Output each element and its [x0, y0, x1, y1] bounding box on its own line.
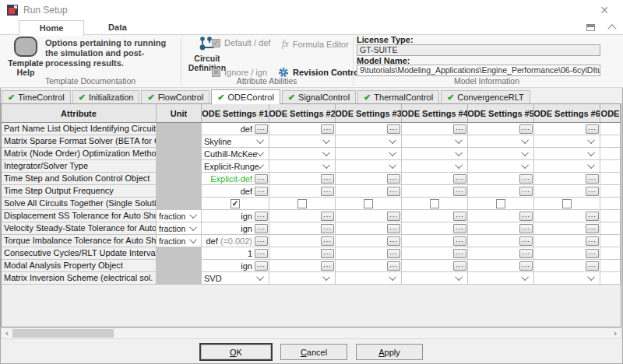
model-name-field[interactable]: 9\tutorials\Modeling_Applications\Engine…	[357, 65, 600, 76]
column-header[interactable]: ODE Settings #4	[402, 104, 468, 123]
value-cell[interactable]: ign...	[202, 222, 269, 235]
value-cell[interactable]: ...	[534, 185, 600, 198]
unit-select[interactable]: fraction	[157, 222, 202, 235]
tab-odecontrol[interactable]: ✔ODEControl	[211, 89, 280, 104]
column-header[interactable]: ODE Settings #5	[468, 104, 534, 123]
ellipsis-button[interactable]: ...	[453, 212, 466, 221]
attribute-cell[interactable]: Consecutive Cycles/RLT Update Intervals …	[2, 247, 157, 260]
checkbox[interactable]	[297, 199, 307, 208]
ellipsis-button[interactable]: ...	[255, 249, 268, 258]
value-cell[interactable]: Cuthill-McKee	[202, 148, 269, 160]
scrollbar-thumb[interactable]	[12, 329, 114, 338]
value-cell[interactable]	[468, 272, 534, 285]
ellipsis-button[interactable]: ...	[586, 212, 599, 221]
value-cell[interactable]: ...	[402, 173, 468, 185]
tab-data[interactable]: Data	[87, 20, 148, 35]
attribute-cell[interactable]: Displacement SS Tolerance for Auto Shut-…	[2, 210, 157, 222]
ellipsis-button[interactable]: ...	[255, 212, 268, 221]
attribute-cell[interactable]: Matrix (Node Order) Optimization Method	[2, 148, 157, 160]
value-cell[interactable]	[468, 160, 534, 173]
value-cell[interactable]: 1...	[202, 247, 269, 260]
ellipsis-button[interactable]: ...	[586, 236, 599, 246]
value-cell[interactable]: ...	[269, 247, 336, 260]
attribute-cell[interactable]: Solve All Circuits Together (Single Solu…	[2, 198, 157, 210]
ellipsis-button[interactable]: ...	[453, 174, 466, 184]
value-cell[interactable]	[269, 135, 336, 148]
pin-ribbon-icon[interactable]	[586, 24, 595, 31]
apply-button[interactable]: Apply	[356, 344, 423, 360]
ellipsis-button[interactable]: ...	[519, 174, 533, 184]
value-cell[interactable]: ...	[402, 235, 468, 247]
value-cell[interactable]: ...	[402, 260, 468, 272]
value-cell[interactable]: ...	[402, 247, 468, 260]
ellipsis-button[interactable]: ...	[453, 224, 466, 233]
unit-select[interactable]: fraction	[157, 210, 202, 222]
scroll-right-icon[interactable]: ›	[610, 328, 621, 338]
attribute-cell[interactable]: Velocity Steady-State Tolerance for Auto…	[2, 222, 157, 235]
value-cell[interactable]: Skyline	[202, 135, 269, 148]
value-cell[interactable]: ...	[336, 247, 402, 260]
value-cell[interactable]: ...	[336, 222, 402, 235]
value-cell[interactable]	[402, 272, 468, 285]
ellipsis-button[interactable]: ...	[255, 187, 268, 196]
ellipsis-button[interactable]: ...	[387, 236, 400, 246]
value-cell[interactable]: def(=0.002)...	[202, 235, 269, 247]
value-cell[interactable]: def...	[202, 185, 269, 198]
horizontal-scrollbar[interactable]: ‹ ›	[1, 327, 621, 339]
value-cell[interactable]	[468, 148, 534, 160]
ellipsis-button[interactable]: ...	[321, 187, 334, 196]
cancel-button[interactable]: Cancel	[280, 344, 347, 360]
column-header[interactable]: ODE Settings #2	[269, 104, 336, 123]
value-cell[interactable]: ...	[336, 260, 402, 272]
value-cell[interactable]: ...	[269, 260, 336, 272]
ellipsis-button[interactable]: ...	[519, 249, 533, 258]
ellipsis-button[interactable]: ...	[321, 249, 334, 258]
default-def-toggle[interactable]: ✓ Default / def	[212, 38, 270, 47]
checkbox[interactable]	[364, 199, 373, 208]
value-cell[interactable]: ...	[468, 247, 534, 260]
value-cell[interactable]	[336, 148, 402, 160]
value-cell[interactable]	[468, 135, 534, 148]
ellipsis-button[interactable]: ...	[255, 236, 268, 246]
value-cell[interactable]: Explicit-def...	[202, 173, 269, 185]
value-cell[interactable]: ...	[468, 185, 534, 198]
value-cell[interactable]	[269, 148, 336, 160]
ellipsis-button[interactable]: ...	[255, 224, 268, 233]
close-icon[interactable]: ✕	[597, 3, 612, 17]
ellipsis-button[interactable]: ...	[519, 187, 533, 196]
ellipsis-button[interactable]: ...	[586, 224, 599, 233]
value-cell[interactable]: ...	[269, 185, 336, 198]
value-cell[interactable]: ...	[336, 123, 402, 135]
value-cell[interactable]: ...	[534, 222, 600, 235]
ellipsis-button[interactable]: ...	[387, 124, 400, 134]
value-cell[interactable]: ...	[534, 123, 600, 135]
value-cell[interactable]: ...	[468, 210, 534, 222]
value-cell[interactable]: ...	[269, 173, 336, 185]
collapse-ribbon-icon[interactable]	[607, 24, 616, 33]
value-cell[interactable]	[534, 198, 600, 210]
tab-home[interactable]: Home	[19, 20, 84, 36]
ellipsis-button[interactable]: ...	[453, 187, 466, 196]
ellipsis-button[interactable]: ...	[586, 249, 599, 258]
attribute-cell[interactable]: Torque Imbalance Tolerance for Auto Shut…	[2, 235, 157, 247]
ellipsis-button[interactable]: ...	[321, 174, 334, 184]
value-cell[interactable]: ...	[468, 173, 534, 185]
value-cell[interactable]	[402, 148, 468, 160]
value-cell[interactable]	[534, 160, 600, 173]
value-cell[interactable]	[269, 198, 336, 210]
value-cell[interactable]: ...	[269, 235, 336, 247]
value-cell[interactable]: ...	[534, 260, 600, 272]
value-cell[interactable]: Explicit-Runge-Ku...	[202, 160, 269, 173]
value-cell[interactable]: ...	[269, 123, 336, 135]
value-cell[interactable]: ...	[534, 173, 600, 185]
ellipsis-button[interactable]: ...	[586, 174, 599, 184]
value-cell[interactable]: ✓	[202, 198, 269, 210]
template-help-button[interactable]: Template Help	[6, 36, 45, 77]
ellipsis-button[interactable]: ...	[519, 261, 533, 271]
value-cell[interactable]	[402, 135, 468, 148]
value-cell[interactable]	[336, 198, 402, 210]
tab-convergencerlt[interactable]: ✔ConvergenceRLT	[441, 90, 530, 103]
value-cell[interactable]: ...	[534, 247, 600, 260]
column-header[interactable]: Attribute	[2, 104, 157, 123]
attribute-cell[interactable]: Part Name List Object Identifying Circui…	[2, 123, 157, 135]
